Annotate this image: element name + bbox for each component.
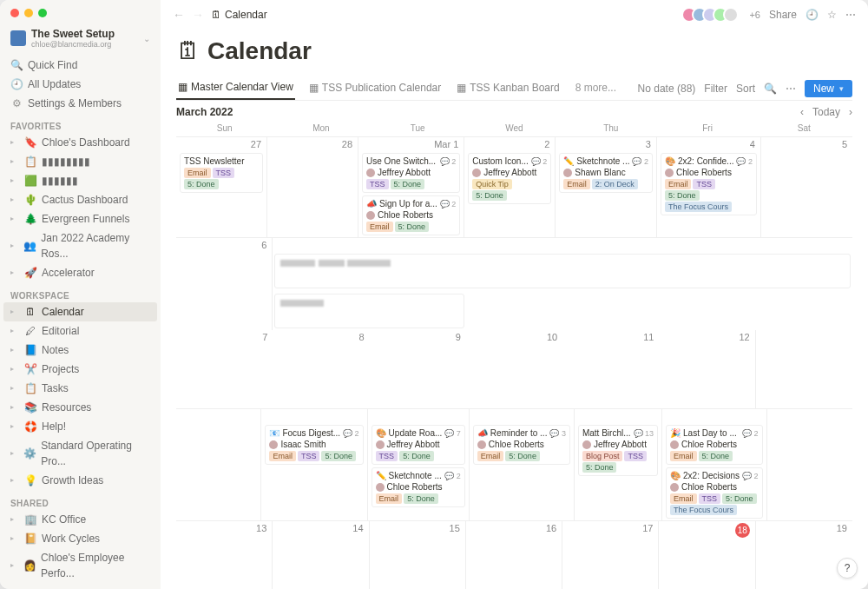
- toggle-icon[interactable]: ▸: [10, 342, 19, 358]
- calendar-day[interactable]: 10: [466, 330, 562, 408]
- cal-prev[interactable]: ‹: [800, 106, 804, 118]
- traffic-minimize[interactable]: [24, 9, 33, 17]
- sidebar-page[interactable]: ▸ 👥 Jan 2022 Academy Ros...: [3, 228, 157, 263]
- calendar-day[interactable]: 27 TSS Newsletter EmailTSS5: Done: [176, 137, 267, 237]
- toggle-icon[interactable]: ▸: [10, 154, 19, 169]
- calendar-day[interactable]: 13: [176, 521, 273, 589]
- calendar-event[interactable]: 🎨2x2: Decisions💬 2 Chloe Roberts EmailTS…: [666, 467, 763, 519]
- page-title-text[interactable]: Calendar: [207, 37, 312, 65]
- calendar-event[interactable]: 📣Sign Up for a...💬 2 Chloe Roberts Email…: [362, 195, 460, 235]
- calendar-day[interactable]: Matt Birchl...💬 13 Jeffrey Abbott Blog P…: [575, 409, 662, 520]
- toggle-icon[interactable]: ▸: [10, 265, 19, 281]
- toggle-icon[interactable]: ▸: [10, 381, 19, 396]
- sidebar-page[interactable]: ▸ 🟩 ▮▮▮▮▮▮: [3, 171, 157, 190]
- calendar-event[interactable]: 🎉Last Day to ...💬 2 Chloe Roberts Email5…: [666, 425, 763, 465]
- sidebar-page[interactable]: ▸ 📋 Tasks: [3, 379, 157, 398]
- toggle-icon[interactable]: ▸: [10, 173, 19, 189]
- calendar-day[interactable]: 🎉Last Day to ...💬 2 Chloe Roberts Email5…: [662, 409, 767, 520]
- collaborator-avatars[interactable]: [687, 7, 739, 23]
- sidebar-page[interactable]: ▸ 💡 Growth Ideas: [3, 471, 157, 490]
- calendar-day[interactable]: 6: [176, 238, 273, 330]
- calendar-day[interactable]: 📣Reminder to ...💬 3 Chloe Roberts Email5…: [470, 409, 575, 520]
- sidebar-page[interactable]: ▸ 📋 ▮▮▮▮▮▮▮▮: [3, 152, 157, 171]
- cal-today[interactable]: Today: [812, 106, 840, 118]
- sidebar-page[interactable]: ▸ 📔 Work Cycles: [3, 529, 157, 548]
- page-emoji[interactable]: 🗓: [176, 36, 201, 65]
- sidebar-page[interactable]: ▸ ✂️ Projects: [3, 360, 157, 379]
- multi-day-event[interactable]: [274, 294, 464, 328]
- toggle-icon[interactable]: ▸: [10, 446, 18, 461]
- calendar-day[interactable]: [176, 409, 261, 520]
- search-icon[interactable]: 🔍: [764, 83, 777, 95]
- calendar-day[interactable]: 12: [659, 330, 755, 408]
- help-button[interactable]: ?: [837, 558, 858, 579]
- toggle-icon[interactable]: ▸: [10, 238, 18, 254]
- view-tab[interactable]: ▦Master Calendar View: [176, 77, 295, 100]
- calendar-day[interactable]: 8: [273, 330, 369, 408]
- calendar-day[interactable]: Mar1 Use One Switch...💬 2 Jeffrey Abbott…: [358, 137, 464, 237]
- nav-forward[interactable]: →: [192, 8, 204, 22]
- sidebar-page[interactable]: ▸ 🚀 Accelerator: [3, 263, 157, 282]
- toggle-icon[interactable]: ▸: [10, 531, 19, 546]
- traffic-zoom[interactable]: [38, 9, 47, 17]
- calendar-day[interactable]: 5: [761, 137, 852, 237]
- star-icon[interactable]: ☆: [827, 9, 837, 21]
- new-button[interactable]: New▾: [805, 80, 852, 97]
- sidebar-page[interactable]: ▸ 📘 Notes: [3, 341, 157, 360]
- sidebar-page[interactable]: ▸ 🏢 KC Office: [3, 510, 157, 529]
- more-icon[interactable]: ⋯: [845, 9, 856, 21]
- calendar-event[interactable]: TSS Newsletter EmailTSS5: Done: [180, 153, 263, 193]
- sidebar-page[interactable]: ▸ 🛟 Help!: [3, 417, 157, 436]
- no-date-button[interactable]: No date (88): [638, 83, 696, 95]
- sidebar-page[interactable]: ▸ 🔖 Chloe's Dashboard: [3, 133, 157, 152]
- toggle-icon[interactable]: ▸: [10, 211, 19, 227]
- calendar-day[interactable]: 18: [659, 521, 755, 589]
- share-button[interactable]: Share: [769, 9, 797, 21]
- view-tab[interactable]: ▦TSS Kanban Board: [455, 78, 561, 99]
- updates-icon[interactable]: 🕘: [806, 9, 819, 21]
- toggle-icon[interactable]: ▸: [10, 419, 19, 434]
- calendar-day[interactable]: 4 🎨2x2: Confide...💬 2 Chloe Roberts Emai…: [657, 137, 761, 237]
- sidebar-page[interactable]: ▸ 🌵 Cactus Dashboard: [3, 190, 157, 209]
- calendar-day[interactable]: 3 ✏️Sketchnote ...💬 2 Shawn Blanc Email2…: [556, 137, 657, 237]
- avatar-overflow[interactable]: +6: [749, 10, 760, 20]
- filter-button[interactable]: Filter: [704, 83, 727, 95]
- view-tab[interactable]: ▦TSS Publication Calendar: [307, 78, 443, 99]
- nav-back[interactable]: ←: [173, 8, 185, 22]
- calendar-day[interactable]: 17: [562, 521, 659, 589]
- calendar-event[interactable]: Custom Icon...💬 2 Jeffrey Abbott Quick T…: [468, 153, 551, 204]
- toggle-icon[interactable]: ▸: [10, 512, 19, 527]
- calendar-day[interactable]: 16: [466, 521, 562, 589]
- toggle-icon[interactable]: ▸: [10, 473, 19, 488]
- calendar-event[interactable]: 🎨2x2: Confide...💬 2 Chloe Roberts EmailT…: [661, 153, 757, 215]
- more-icon[interactable]: ⋯: [786, 83, 796, 95]
- sidebar-page[interactable]: ▸ ⚙️ Standard Operating Pro...: [3, 436, 157, 471]
- sidebar-page[interactable]: ▸ 👩 Chloe's Employee Perfo...: [3, 548, 157, 583]
- cal-next[interactable]: ›: [849, 106, 852, 118]
- toggle-icon[interactable]: ▸: [10, 192, 19, 208]
- sort-button[interactable]: Sort: [736, 83, 755, 95]
- calendar-event[interactable]: ✏️Sketchnote ...💬 2 Chloe Roberts Email5…: [372, 467, 465, 507]
- workspace-switcher[interactable]: The Sweet Setup chloe@blancmedia.org ⌄: [3, 26, 157, 56]
- toggle-icon[interactable]: ▸: [10, 323, 19, 339]
- calendar-day[interactable]: 🎨Update Roa...💬 7 Jeffrey Abbott TSS5: D…: [368, 409, 470, 520]
- sidebar-page[interactable]: ▸ 📚 Resources: [3, 398, 157, 417]
- quick-find[interactable]: 🔍Quick Find: [3, 56, 157, 75]
- settings-members[interactable]: ⚙Settings & Members: [3, 94, 157, 113]
- calendar-day[interactable]: 2 Custom Icon...💬 2 Jeffrey Abbott Quick…: [464, 137, 556, 237]
- views-more[interactable]: 8 more...: [574, 78, 618, 99]
- calendar-day[interactable]: 15: [370, 521, 466, 589]
- sidebar-page[interactable]: ▸ 🗓 Calendar: [3, 302, 157, 321]
- calendar-day[interactable]: 14: [273, 521, 369, 589]
- calendar-day[interactable]: 19: [756, 521, 852, 589]
- calendar-day[interactable]: 28: [267, 137, 358, 237]
- toggle-icon[interactable]: ▸: [10, 558, 18, 573]
- sidebar-page[interactable]: ▸ 🌲 Evergreen Funnels: [3, 209, 157, 228]
- toggle-icon[interactable]: ▸: [10, 361, 19, 377]
- toggle-icon[interactable]: ▸: [10, 135, 19, 150]
- calendar-event[interactable]: ✏️Sketchnote ...💬 2 Shawn Blanc Email2: …: [559, 153, 653, 193]
- calendar-event[interactable]: 📣Reminder to ...💬 3 Chloe Roberts Email5…: [473, 425, 570, 465]
- calendar-day[interactable]: 📧Focus Digest...💬 2 Isaac Smith EmailTSS…: [261, 409, 367, 520]
- calendar-day[interactable]: [767, 409, 852, 520]
- toggle-icon[interactable]: ▸: [10, 400, 19, 415]
